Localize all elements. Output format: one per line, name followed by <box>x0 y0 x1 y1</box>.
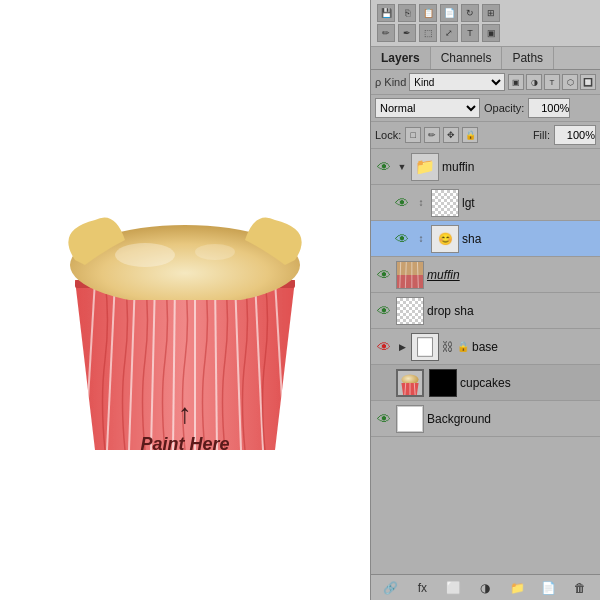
lock-label: Lock: <box>375 129 401 141</box>
expand-icon-muffin-group[interactable]: ▼ <box>396 161 408 173</box>
layer-muffin-layer[interactable]: 👁 muffin <box>371 257 600 293</box>
layers-list: 👁 ▼ 📁 muffin 👁 ↕ lgt 👁 ↕ 😊 sha <box>371 149 600 574</box>
save-icon[interactable]: 💾 <box>377 4 395 22</box>
thumb-lgt <box>431 189 459 217</box>
layer-muffin-group[interactable]: 👁 ▼ 📁 muffin <box>371 149 600 185</box>
search-label: ρ Kind <box>375 76 406 88</box>
blend-mode-select[interactable]: Normal Multiply Screen <box>375 98 480 118</box>
eye-icon-background[interactable]: 👁 <box>375 410 393 428</box>
fill-input[interactable] <box>554 125 596 145</box>
tab-layers[interactable]: Layers <box>371 47 431 69</box>
lock-paint-icon[interactable]: ✏ <box>424 127 440 143</box>
add-group-icon[interactable]: 📁 <box>508 579 526 597</box>
thumb-background <box>396 405 424 433</box>
layer-base[interactable]: 👁 ▶ ⛓ 🔒 base <box>371 329 600 365</box>
thumb-muffin-layer <box>396 261 424 289</box>
eye-icon-cupcakes[interactable] <box>375 374 393 392</box>
thumb-cupcakes-black <box>429 369 457 397</box>
select-icon[interactable]: ⬚ <box>419 24 437 42</box>
add-layer-icon[interactable]: 📄 <box>540 579 558 597</box>
thumb-cupcakes <box>396 369 424 397</box>
svg-rect-15 <box>397 275 423 288</box>
add-adjustment-icon[interactable]: ◑ <box>476 579 494 597</box>
top-toolbar: 💾 ⎘ 📋 📄 ↻ ⊞ ✏ ✒ ⬚ ⤢ T ▣ <box>371 0 600 47</box>
layer-drop-sha[interactable]: 👁 drop sha <box>371 293 600 329</box>
eye-icon-base[interactable]: 👁 <box>375 338 393 356</box>
opacity-label: Opacity: <box>484 102 524 114</box>
bottom-toolbar: 🔗 fx ⬜ ◑ 📁 📄 🗑 <box>371 574 600 600</box>
opacity-input[interactable] <box>528 98 570 118</box>
filter-adj-icon[interactable]: ◑ <box>526 74 542 90</box>
layer-background[interactable]: 👁 Background <box>371 401 600 437</box>
panel-tabs: Layers Channels Paths <box>371 47 600 70</box>
thumb-sha: 😊 <box>431 225 459 253</box>
tab-paths[interactable]: Paths <box>502 47 554 69</box>
filter-smart-icon[interactable]: 🔲 <box>580 74 596 90</box>
expand-icon-base[interactable]: ▶ <box>396 341 408 353</box>
layer-lgt[interactable]: 👁 ↕ lgt <box>371 185 600 221</box>
lock-all-icon[interactable]: 🔒 <box>462 127 478 143</box>
brush-icon[interactable]: ✏ <box>377 24 395 42</box>
eye-icon-sha[interactable]: 👁 <box>393 230 411 248</box>
tab-channels[interactable]: Channels <box>431 47 503 69</box>
layer-name-sha: sha <box>462 232 596 246</box>
svg-point-2 <box>195 244 235 260</box>
canvas-area: ↑ Paint Here <box>0 0 370 600</box>
lock-icon-base: 🔒 <box>457 341 469 352</box>
fill-label: Fill: <box>533 129 550 141</box>
filter-type-icon[interactable]: T <box>544 74 560 90</box>
crop-icon[interactable]: ⤢ <box>440 24 458 42</box>
layer-name-background: Background <box>427 412 596 426</box>
add-mask-icon[interactable]: ⬜ <box>445 579 463 597</box>
pen-icon[interactable]: ✒ <box>398 24 416 42</box>
chain-icon-base: ⛓ <box>442 340 454 354</box>
thumb-drop-sha <box>396 297 424 325</box>
delete-layer-icon[interactable]: 🗑 <box>571 579 589 597</box>
lock-icons: □ ✏ ✥ 🔒 <box>405 127 478 143</box>
thumb-muffin-group: 📁 <box>411 153 439 181</box>
paste-icon[interactable]: 📋 <box>419 4 437 22</box>
link-icon-lgt: ↕ <box>414 196 428 210</box>
lock-row: Lock: □ ✏ ✥ 🔒 Fill: <box>371 122 600 149</box>
layer-sha[interactable]: 👁 ↕ 😊 sha <box>371 221 600 257</box>
thumb-base <box>411 333 439 361</box>
layer-name-base: base <box>472 340 596 354</box>
grid-icon[interactable]: ⊞ <box>482 4 500 22</box>
eye-icon-muffin-layer[interactable]: 👁 <box>375 266 393 284</box>
arrow-icon: ↑ <box>178 398 192 430</box>
rotate-icon[interactable]: ↻ <box>461 4 479 22</box>
link-layers-icon[interactable]: 🔗 <box>382 579 400 597</box>
cupcake-image: ↑ Paint Here <box>55 210 315 510</box>
toolbar-row-2: ✏ ✒ ⬚ ⤢ T ▣ <box>377 24 594 42</box>
add-style-icon[interactable]: fx <box>413 579 431 597</box>
layer-name-lgt: lgt <box>462 196 596 210</box>
paint-here-label: Paint Here <box>140 434 229 455</box>
layer-name-cupcakes: cupcakes <box>460 376 596 390</box>
rect-icon[interactable]: ▣ <box>482 24 500 42</box>
layer-name-drop-sha: drop sha <box>427 304 596 318</box>
frosting-svg <box>65 210 305 300</box>
svg-point-1 <box>115 243 175 267</box>
toolbar-row-1: 💾 ⎘ 📋 📄 ↻ ⊞ <box>377 4 594 22</box>
lock-transparent-icon[interactable]: □ <box>405 127 421 143</box>
kind-select[interactable]: Kind <box>409 73 505 91</box>
eye-icon-lgt[interactable]: 👁 <box>393 194 411 212</box>
link-icon-sha: ↕ <box>414 232 428 246</box>
wand-icon[interactable]: T <box>461 24 479 42</box>
layer-name-muffin-layer: muffin <box>427 268 596 282</box>
eye-icon-drop-sha[interactable]: 👁 <box>375 302 393 320</box>
search-bar: ρ Kind Kind ▣ ◑ T ⬡ 🔲 <box>371 70 600 95</box>
blend-row: Normal Multiply Screen Opacity: <box>371 95 600 122</box>
layer-cupcakes[interactable]: cupcakes <box>371 365 600 401</box>
eye-icon-muffin-group[interactable]: 👁 <box>375 158 393 176</box>
filter-pixel-icon[interactable]: ▣ <box>508 74 524 90</box>
search-icons: ▣ ◑ T ⬡ 🔲 <box>508 74 596 90</box>
lock-move-icon[interactable]: ✥ <box>443 127 459 143</box>
layer-name-muffin-group: muffin <box>442 160 596 174</box>
copy-icon[interactable]: ⎘ <box>398 4 416 22</box>
file-icon[interactable]: 📄 <box>440 4 458 22</box>
svg-rect-21 <box>418 337 433 356</box>
layers-panel: 💾 ⎘ 📋 📄 ↻ ⊞ ✏ ✒ ⬚ ⤢ T ▣ Layers Channels … <box>370 0 600 600</box>
filter-shape-icon[interactable]: ⬡ <box>562 74 578 90</box>
